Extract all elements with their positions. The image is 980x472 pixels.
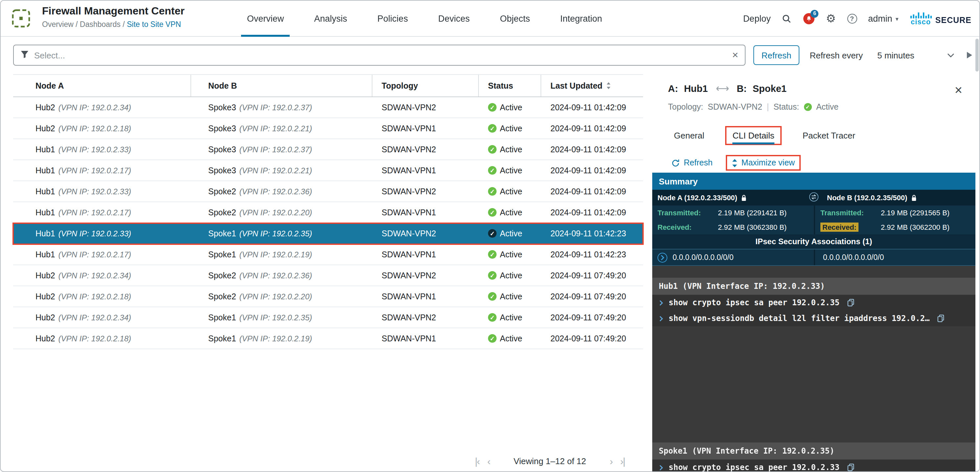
copy-icon[interactable] (938, 315, 945, 322)
cell-topology: SDWAN-VPN1 (372, 244, 479, 265)
status-text: Active (500, 292, 522, 301)
table-row[interactable]: Hub2 (VPN IP: 192.0.2.34) Spoke3 (VPN IP… (13, 97, 643, 118)
status-text: Active (500, 334, 522, 343)
copy-icon[interactable] (847, 299, 854, 307)
node-b-header-text: Node B (192.0.2.35/500) (827, 194, 907, 202)
table-row[interactable]: Hub1 (VPN IP: 192.0.2.17) Spoke1 (VPN IP… (13, 244, 643, 265)
node-b-name: Spoke3 (208, 103, 236, 112)
table-row[interactable]: Hub2 (VPN IP: 192.0.2.18) Spoke3 (VPN IP… (13, 118, 643, 139)
user-menu[interactable]: admin ▾ (868, 14, 899, 24)
copy-icon[interactable] (847, 464, 854, 471)
cli-command-text: show vpn-sessiondb detail l2l filter ipa… (669, 314, 930, 323)
node-b-ip: (VPN IP: 192.0.2.37) (239, 103, 312, 112)
column-header-topology[interactable]: Topology (372, 75, 479, 97)
filter-select-box[interactable]: × (13, 44, 746, 66)
cell-node-a: Hub1 (VPN IP: 192.0.2.33) (13, 181, 191, 202)
endpoint-b-label: B: (737, 83, 747, 94)
tab-cli-details[interactable]: CLI Details (725, 126, 782, 145)
cli-section-header-hub1: Hub1 (VPN Interface IP: 192.0.2.33) (652, 278, 975, 295)
help-icon[interactable]: ? (847, 14, 857, 24)
gear-icon[interactable]: ⚙ (826, 13, 836, 24)
top-bar: Firewall Management Center Overview / Da… (1, 1, 979, 37)
node-b-ip: (VPN IP: 192.0.2.19) (239, 334, 312, 343)
table-row[interactable]: Hub1 (VPN IP: 192.0.2.33) Spoke2 (VPN IP… (13, 181, 643, 202)
clear-filter-icon[interactable]: × (732, 50, 738, 60)
search-icon[interactable] (782, 14, 792, 24)
auto-refresh-play-icon[interactable] (966, 51, 973, 59)
cell-last-updated: 2024-09-11 07:49:20 (541, 328, 643, 349)
nav-tab-integration[interactable]: Integration (545, 1, 617, 37)
table-row[interactable]: Hub2 (VPN IP: 192.0.2.18) Spoke2 (VPN IP… (13, 286, 643, 307)
cell-last-updated: 2024-09-11 01:42:09 (541, 181, 643, 202)
panel-title: A: Hub1 B: Spoke1 (668, 83, 787, 94)
prev-page-icon[interactable]: ‹ (487, 456, 490, 466)
nav-tab-overview[interactable]: Overview (232, 1, 299, 37)
main-nav: Overview Analysis Policies Devices Objec… (232, 1, 617, 37)
node-a-ip: (VPN IP: 192.0.2.33) (59, 187, 131, 196)
table-row[interactable]: Hub1 (VPN IP: 192.0.2.33) Spoke3 (VPN IP… (13, 139, 643, 160)
node-b-name: Spoke1 (208, 250, 236, 259)
status-value: Active (816, 102, 838, 111)
status-text: Active (500, 166, 522, 175)
table-row[interactable]: Hub1 (VPN IP: 192.0.2.17) Spoke3 (VPN IP… (13, 160, 643, 181)
prompt-chevron-icon (659, 315, 663, 321)
last-page-icon[interactable]: ›| (620, 456, 625, 466)
cell-node-b: Spoke2 (VPN IP: 192.0.2.20) (191, 286, 372, 307)
cell-node-a: Hub1 (VPN IP: 192.0.2.33) (13, 223, 191, 243)
deploy-button[interactable]: Deploy (743, 14, 771, 24)
nav-tab-analysis[interactable]: Analysis (299, 1, 363, 37)
panel-refresh-button[interactable]: Refresh (671, 158, 713, 167)
table-header-row: Node A Node B Topology Status Last Updat… (13, 74, 643, 97)
endpoint-b-name: Spoke1 (753, 83, 787, 94)
refresh-label: Refresh (684, 158, 713, 167)
cell-node-a: Hub1 (VPN IP: 192.0.2.17) (13, 244, 191, 265)
node-a-transmitted: Transmitted: 2.19 MB (2291421 B) (652, 205, 814, 220)
notifications-bell-icon[interactable]: 6 (803, 13, 815, 25)
table-row[interactable]: Hub1 (VPN IP: 192.0.2.17) Spoke2 (VPN IP… (13, 202, 643, 223)
filter-input[interactable] (34, 50, 727, 60)
breadcrumb-current-link[interactable]: Site to Site VPN (127, 21, 181, 28)
interval-chevron-down-icon[interactable] (947, 53, 955, 57)
column-header-node-b[interactable]: Node B (191, 75, 372, 97)
cli-command-row: show vpn-sessiondb detail l2l filter ipa… (652, 310, 975, 326)
node-b-ip: (VPN IP: 192.0.2.36) (239, 187, 312, 196)
table-row[interactable]: Hub2 (VPN IP: 192.0.2.18) Spoke1 (VPN IP… (13, 328, 643, 349)
cell-last-updated: 2024-09-11 01:42:09 (541, 118, 643, 138)
column-header-last-updated[interactable]: Last Updated (541, 75, 643, 97)
node-b-ip: (VPN IP: 192.0.2.21) (239, 124, 312, 133)
first-page-icon[interactable]: |‹ (475, 456, 479, 466)
nav-tab-objects[interactable]: Objects (485, 1, 545, 37)
table-row[interactable]: Hub2 (VPN IP: 192.0.2.34) Spoke2 (VPN IP… (13, 265, 643, 286)
nav-tab-devices[interactable]: Devices (423, 1, 485, 37)
close-icon[interactable]: × (955, 83, 962, 97)
table-row[interactable]: Hub2 (VPN IP: 192.0.2.34) Spoke1 (VPN IP… (13, 307, 643, 328)
node-a-name: Hub2 (35, 271, 55, 280)
cell-node-b: Spoke3 (VPN IP: 192.0.2.21) (191, 160, 372, 181)
next-page-icon[interactable]: › (610, 456, 612, 466)
status-text: Active (500, 313, 522, 322)
tab-packet-tracer[interactable]: Packet Tracer (803, 130, 855, 140)
nav-tab-policies[interactable]: Policies (362, 1, 423, 37)
cell-topology: SDWAN-VPN1 (372, 202, 479, 222)
table-row[interactable]: Hub1 (VPN IP: 192.0.2.33) Spoke1 (VPN IP… (13, 223, 643, 244)
refresh-button[interactable]: Refresh (753, 45, 799, 65)
tab-general[interactable]: General (674, 130, 705, 140)
interval-select[interactable]: 5 minutes (877, 50, 914, 60)
pagination: |‹ ‹ Viewing 1–12 of 12 › ›| (475, 456, 625, 466)
node-a-name: Hub1 (35, 208, 55, 217)
status-active-check-icon: ✓ (488, 292, 496, 301)
sort-icon[interactable] (606, 82, 611, 89)
maximize-view-button[interactable]: Maximize view (732, 158, 795, 167)
page-scrollbar-thumb[interactable] (975, 39, 979, 72)
column-header-status[interactable]: Status (479, 75, 541, 97)
status-active-check-icon: ✓ (488, 313, 496, 322)
status-label: Status: (773, 102, 799, 111)
column-header-node-a[interactable]: Node A (13, 75, 191, 97)
summary-transmitted-row: Transmitted: 2.19 MB (2291421 B) Transmi… (652, 205, 975, 220)
expand-chevron-icon[interactable] (657, 253, 667, 262)
cell-topology: SDWAN-VPN2 (372, 223, 479, 243)
node-b-name: Spoke1 (208, 229, 236, 238)
summary-node-headers: Node A (192.0.2.33/500) Node B (192.0.2.… (652, 190, 975, 205)
received-label-highlighted: Received: (820, 223, 881, 231)
node-b-ip: (VPN IP: 192.0.2.35) (239, 313, 312, 322)
